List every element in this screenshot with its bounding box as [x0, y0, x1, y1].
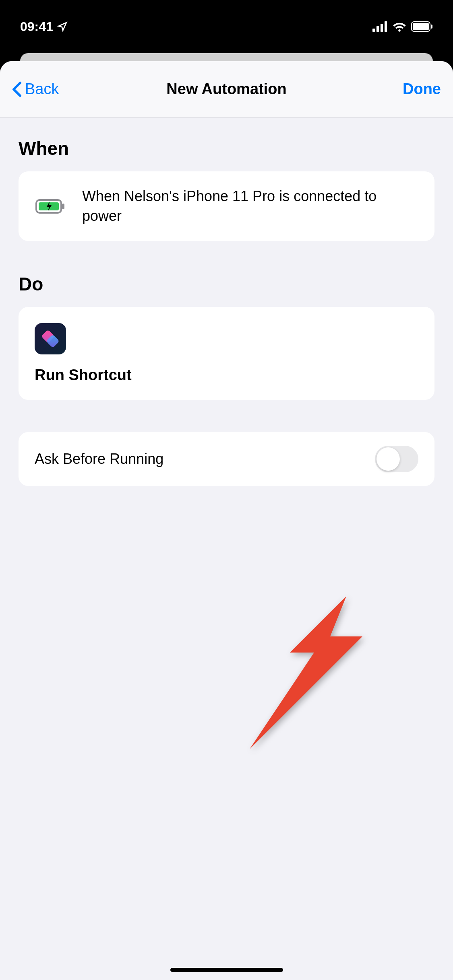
wifi-icon [393, 21, 406, 32]
svg-rect-2 [381, 24, 383, 32]
toggle-knob [376, 447, 400, 471]
chevron-left-icon [12, 81, 22, 97]
done-button[interactable]: Done [403, 80, 441, 98]
svg-rect-0 [372, 29, 375, 32]
svg-rect-3 [385, 21, 387, 32]
status-bar: 09:41 [0, 0, 453, 53]
back-button[interactable]: Back [12, 80, 59, 98]
battery-icon [411, 21, 433, 32]
annotation-arrow-icon [250, 596, 362, 749]
do-card[interactable]: Run Shortcut [19, 307, 434, 400]
when-card[interactable]: When Nelson's iPhone 11 Pro is connected… [19, 171, 434, 241]
do-section-title: Do [19, 273, 434, 295]
svg-rect-5 [413, 23, 429, 30]
shortcuts-app-icon [35, 323, 66, 354]
charging-battery-icon [35, 198, 67, 215]
nav-title: New Automation [166, 80, 286, 98]
back-label: Back [25, 80, 59, 98]
status-right [372, 21, 433, 32]
home-indicator[interactable] [170, 968, 283, 972]
ask-before-running-row: Ask Before Running [19, 432, 434, 486]
svg-rect-9 [62, 204, 64, 209]
svg-rect-6 [431, 25, 432, 29]
cellular-icon [372, 21, 388, 32]
modal-sheet: Back New Automation Done When When Nelso… [0, 61, 453, 980]
when-section-title: When [19, 138, 434, 159]
content: When When Nelson's iPhone 11 Pro is conn… [0, 117, 453, 506]
status-left: 09:41 [20, 19, 68, 34]
nav-bar: Back New Automation Done [0, 61, 453, 117]
svg-rect-1 [376, 26, 379, 32]
do-action-label: Run Shortcut [35, 366, 418, 384]
status-time: 09:41 [20, 19, 53, 34]
svg-marker-12 [250, 596, 362, 749]
location-icon [57, 21, 68, 32]
ask-before-running-label: Ask Before Running [35, 451, 163, 467]
ask-before-running-toggle[interactable] [375, 446, 418, 472]
when-description: When Nelson's iPhone 11 Pro is connected… [82, 187, 418, 226]
